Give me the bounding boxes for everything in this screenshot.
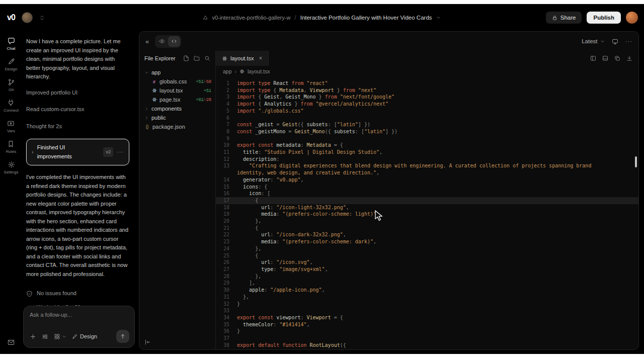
share-button[interactable]: Share: [546, 12, 582, 24]
status-row[interactable]: No issues found: [26, 287, 129, 301]
code-line[interactable]: 27 type: "image/svg+xml",: [216, 266, 638, 273]
publish-button[interactable]: Publish: [587, 12, 621, 24]
header-left: v0: [7, 4, 45, 31]
feedback-mail-icon[interactable]: [0, 339, 22, 346]
file-tree-item-page-tsx[interactable]: page.tsx+81/-28: [139, 95, 215, 104]
model-select-button[interactable]: [54, 333, 66, 340]
code-line[interactable]: 21 {: [216, 225, 638, 232]
collapse-chat-button[interactable]: «: [145, 38, 149, 45]
user-avatar[interactable]: [626, 12, 638, 24]
code-line[interactable]: 9: [216, 135, 638, 142]
panel-layout-icon[interactable]: [602, 55, 608, 61]
file-tree-item-public[interactable]: public: [139, 113, 215, 122]
code-line[interactable]: 13 "Crafting digital experiences that bl…: [216, 162, 638, 176]
code-line[interactable]: 35 themeColor: "#141414",: [216, 321, 638, 328]
workspace-avatar[interactable]: [22, 12, 33, 23]
sidebar-item-vars[interactable]: Vars: [7, 120, 15, 133]
task-card-more-button[interactable]: ···: [117, 148, 124, 157]
code-line[interactable]: 10export const metadata: Metadata = {: [216, 142, 638, 149]
breadcrumb-file[interactable]: layout.tsx: [248, 68, 270, 74]
code-line[interactable]: 8const _geistMono = Geist_Mono({ subsets…: [216, 128, 638, 135]
version-select[interactable]: Latest: [582, 38, 604, 44]
project-name[interactable]: v0-interactive-portfolio-gallery-w: [212, 15, 290, 21]
breadcrumb-app[interactable]: app: [223, 68, 232, 74]
code-line[interactable]: 39 children,: [216, 348, 638, 349]
attach-button[interactable]: [30, 333, 36, 340]
code-line[interactable]: 28 },: [216, 273, 638, 280]
task-card[interactable]: › Finished UI improvements v2 ···: [26, 139, 129, 165]
page-title[interactable]: Interactive Portfolio Gallery with Hover…: [300, 15, 432, 21]
code-line[interactable]: 26 url: "/icon.svg",: [216, 259, 638, 266]
close-tab-button[interactable]: ×: [259, 55, 262, 62]
code-line[interactable]: 22 url: "/icon-dark-32x32.png",: [216, 231, 638, 238]
code-line[interactable]: 6: [216, 115, 638, 122]
code-line[interactable]: 5import "./globals.css": [216, 108, 638, 115]
file-tree-item-globals-css[interactable]: #globals.css+51/-58: [139, 77, 215, 86]
line-number: 37: [216, 335, 237, 342]
code-line[interactable]: 38export default function RootLayout({: [216, 342, 638, 349]
chat-step[interactable]: Read custom-cursor.tsx: [26, 105, 129, 114]
code-view-button[interactable]: [168, 36, 180, 47]
code-line[interactable]: 20 },: [216, 218, 638, 225]
code-line[interactable]: 19 media: "(prefers-color-scheme: light)…: [216, 211, 638, 218]
tab-layout-tsx[interactable]: layout.tsx ×: [216, 51, 269, 66]
preview-view-button[interactable]: [156, 36, 168, 47]
sidebar-item-chat[interactable]: Chat: [7, 37, 16, 51]
send-button[interactable]: [116, 330, 129, 343]
editor-more-button[interactable]: ···: [625, 38, 633, 44]
split-panel-icon[interactable]: [590, 55, 596, 61]
chat-step[interactable]: Improved portfolio UI: [26, 88, 129, 98]
search-files-button[interactable]: [204, 55, 210, 61]
new-folder-button[interactable]: [194, 55, 200, 61]
code-line[interactable]: 12 description:: [216, 156, 638, 163]
code-line[interactable]: 37: [216, 335, 638, 342]
file-tree-item-layout-tsx[interactable]: layout.tsx+51: [139, 86, 215, 95]
code-line[interactable]: 14 generator: "v0.app",: [216, 176, 638, 184]
chevrons-updown-icon[interactable]: [39, 15, 45, 21]
v0-logo[interactable]: v0: [7, 13, 15, 22]
design-mode-button[interactable]: Design: [72, 333, 97, 339]
followup-input[interactable]: Ask a follow-up...: [30, 312, 129, 318]
code-line[interactable]: 31 },: [216, 294, 638, 301]
code-line[interactable]: 3import { Geist, Geist_Mono } from "next…: [216, 94, 638, 101]
device-preview-button[interactable]: [612, 38, 618, 45]
scrollbar-thumb[interactable]: [635, 156, 637, 167]
code-line[interactable]: 36}: [216, 328, 638, 335]
sidebar-item-git[interactable]: Git: [8, 78, 15, 92]
code-line[interactable]: 1import type React from "react": [216, 80, 638, 87]
code-line[interactable]: 25 {: [216, 252, 638, 259]
composer-settings-button[interactable]: [42, 333, 48, 340]
code-line[interactable]: 29 ],: [216, 280, 638, 287]
download-button[interactable]: [626, 55, 632, 61]
code-line[interactable]: 11 title: "Studio Pixel | Digital Design…: [216, 149, 638, 156]
code-line[interactable]: 2import type { Metadata, Viewport } from…: [216, 87, 638, 94]
file-tree-item-package-json[interactable]: {}package.json: [139, 122, 215, 131]
copy-code-button[interactable]: [614, 55, 620, 61]
code-line[interactable]: 24 },: [216, 245, 638, 252]
code-line[interactable]: 23 media: "(prefers-color-scheme: dark)"…: [216, 238, 638, 245]
code-line[interactable]: 7const _geist = Geist({ subsets: ["latin…: [216, 121, 638, 128]
sidebar-item-settings[interactable]: Settings: [4, 161, 19, 174]
code-line[interactable]: 4import { Analytics } from "@vercel/anal…: [216, 101, 638, 108]
file-tree-item-components[interactable]: components: [139, 104, 215, 113]
sidebar-item-rules[interactable]: Rules: [6, 140, 16, 154]
file-name: page.tsx: [159, 97, 181, 103]
sidebar-item-connect[interactable]: Connect: [4, 99, 19, 113]
composer[interactable]: Ask a follow-up... Design: [23, 306, 135, 348]
code-line[interactable]: 18 url: "/icon-light-32x32.png",: [216, 204, 638, 211]
code-editor[interactable]: 1import type React from "react"2import t…: [216, 77, 638, 349]
code-line[interactable]: 15 icons: {: [216, 184, 638, 191]
chat-step[interactable]: Thought for 2s: [26, 122, 129, 131]
new-file-button[interactable]: [183, 55, 189, 61]
code-line[interactable]: 17 {: [216, 197, 638, 204]
code-line[interactable]: 33: [216, 307, 638, 314]
sidebar-item-design[interactable]: Design: [5, 58, 18, 71]
collapse-explorer-button[interactable]: [144, 339, 151, 345]
code-line[interactable]: 32}: [216, 301, 638, 308]
line-content: themeColor: "#141414",: [237, 321, 638, 328]
file-tree-item-app[interactable]: app: [139, 68, 215, 77]
code-line[interactable]: 16 icon: [: [216, 190, 638, 197]
code-line[interactable]: 34export const viewport: Viewport = {: [216, 314, 638, 321]
chevron-down-icon[interactable]: [436, 15, 441, 20]
code-line[interactable]: 30 apple: "/apple-icon.png",: [216, 287, 638, 294]
